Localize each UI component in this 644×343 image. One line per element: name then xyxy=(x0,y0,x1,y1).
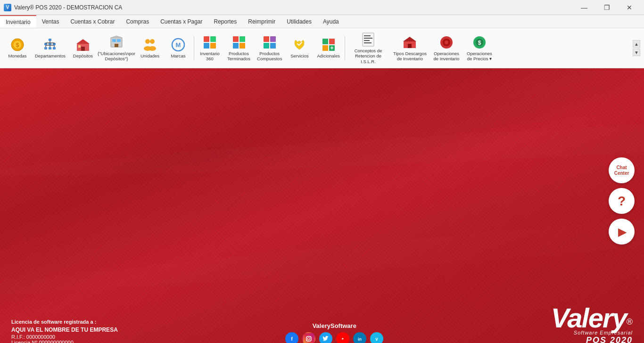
tool-departamentos[interactable]: Departamentos xyxy=(32,35,68,60)
tool-servicios[interactable]: Servicios xyxy=(286,35,313,60)
menu-inventario[interactable]: Inventario xyxy=(0,15,36,28)
footer-right: Valery® Software Empresarial POS 2020 xyxy=(551,304,633,343)
svg-rect-25 xyxy=(115,44,118,47)
maximize-button[interactable]: ❐ xyxy=(596,1,618,14)
tool-adicionales[interactable]: + + Adicionales xyxy=(314,35,343,60)
inventario360-icon xyxy=(202,35,217,50)
menu-ayuda[interactable]: Ayuda xyxy=(317,15,345,28)
svg-rect-67 xyxy=(450,42,453,43)
rif: R.I.F.: 0000000000 xyxy=(11,334,118,340)
app-icon: V xyxy=(4,4,11,11)
scroll-down-arrow[interactable]: ▼ xyxy=(633,49,640,56)
tool-operaciones-inventario[interactable]: Operaciones de Inventario xyxy=(430,33,462,64)
monedas-icon: $ xyxy=(10,37,25,52)
menu-compras[interactable]: Compras xyxy=(120,15,155,28)
tool-productos-terminados[interactable]: Productos Terminados xyxy=(224,33,253,64)
tool-depositos[interactable]: Depósitos xyxy=(69,35,97,60)
svg-text:v: v xyxy=(375,336,378,342)
menu-reimprimir[interactable]: Reimprimir xyxy=(242,15,281,28)
svg-point-29 xyxy=(145,39,150,44)
fabric-wave-4 xyxy=(0,157,644,309)
menu-reportes[interactable]: Reportes xyxy=(208,15,243,28)
valery-logo-sub: Software Empresarial xyxy=(574,330,633,335)
operaciones-precios-label: Operaciones de Precios ▾ xyxy=(467,51,492,62)
youtube-icon[interactable] xyxy=(336,332,349,343)
scroll-up-arrow[interactable]: ▲ xyxy=(633,40,640,48)
footer-center: ValerySoftware f in v xyxy=(285,322,383,343)
vimeo-icon[interactable]: v xyxy=(370,332,383,343)
play-icon: ▶ xyxy=(618,225,627,238)
svg-rect-43 xyxy=(264,36,269,42)
toolbar-divider-2 xyxy=(345,36,345,60)
svg-rect-44 xyxy=(270,36,276,42)
svg-point-74 xyxy=(310,337,311,337)
valery-logo-text: Valery xyxy=(551,302,627,333)
play-button[interactable]: ▶ xyxy=(609,219,635,245)
menu-bar: Inventario Ventas Cuentas x Cobrar Compr… xyxy=(0,15,644,28)
tool-productos-compuestos[interactable]: Productos Compuestos xyxy=(254,33,285,64)
licencia: Licencia Nº 000000000000 xyxy=(11,340,118,343)
svg-rect-13 xyxy=(53,47,56,49)
toolbar-divider-1 xyxy=(194,36,194,60)
svg-rect-20 xyxy=(81,47,85,51)
servicios-icon xyxy=(292,37,307,52)
license-title: Licencia de software registrada a : xyxy=(11,319,118,325)
svg-text:in: in xyxy=(358,337,362,342)
tool-unidades[interactable]: Unidades xyxy=(136,35,164,60)
tipos-descargos-label: Tipos Descargos de Inventario xyxy=(393,51,427,62)
twitter-icon[interactable] xyxy=(319,332,332,343)
ubicaciones-label: {"Ubicaciones\npor Depósitos"} xyxy=(98,51,135,62)
svg-rect-11 xyxy=(44,47,47,49)
svg-rect-39 xyxy=(233,36,239,42)
toolbar: $ Monedas Depa xyxy=(0,28,644,68)
tipos-descargos-icon xyxy=(402,35,417,50)
tool-ubicaciones[interactable]: {"Ubicaciones\npor Depósitos"} xyxy=(98,33,135,64)
svg-rect-40 xyxy=(239,36,245,42)
svg-marker-19 xyxy=(76,39,90,44)
svg-rect-21 xyxy=(78,45,81,48)
svg-rect-60 xyxy=(408,44,412,48)
ubicaciones-icon xyxy=(109,35,124,50)
inventario360-label: Inventario 360 xyxy=(200,51,220,62)
svg-rect-48 xyxy=(329,39,335,44)
conceptos-retencion-icon xyxy=(361,32,376,47)
help-icon: ? xyxy=(618,194,626,209)
chat-center-button[interactable]: Chat Center xyxy=(609,157,635,183)
menu-cuentas-pagar[interactable]: Cuentas x Pagar xyxy=(155,15,208,28)
menu-cuentas-cobrar[interactable]: Cuentas x Cobrar xyxy=(65,15,120,28)
operaciones-inventario-icon xyxy=(439,35,454,50)
svg-text:+: + xyxy=(330,45,333,51)
minimize-button[interactable]: — xyxy=(573,1,595,14)
svg-point-30 xyxy=(150,39,155,44)
servicios-label: Servicios xyxy=(290,53,309,58)
svg-rect-49 xyxy=(322,45,328,51)
menu-ventas[interactable]: Ventas xyxy=(36,15,65,28)
footer-left: Licencia de software registrada a : AQUI… xyxy=(11,319,118,343)
instagram-icon[interactable] xyxy=(302,332,315,343)
chat-center-label: Chat Center xyxy=(614,165,629,176)
tool-operaciones-precios[interactable]: $ Operaciones de Precios ▾ xyxy=(463,33,495,64)
svg-text:M: M xyxy=(176,41,181,49)
svg-text:$: $ xyxy=(478,40,481,46)
svg-rect-56 xyxy=(364,40,370,41)
help-button[interactable]: ? xyxy=(609,188,635,214)
valery-logo-pos: POS 2020 xyxy=(586,335,633,343)
svg-rect-65 xyxy=(446,46,447,49)
operaciones-precios-icon: $ xyxy=(472,35,487,50)
facebook-icon[interactable]: f xyxy=(285,332,298,343)
close-button[interactable]: ✕ xyxy=(619,1,640,14)
logo-main-row: Valery® xyxy=(551,304,633,332)
menu-utilidades[interactable]: Utilidades xyxy=(281,15,317,28)
svg-marker-28 xyxy=(111,36,122,38)
main-content: Chat Center ? ▶ Licencia de software reg… xyxy=(0,68,644,343)
svg-point-32 xyxy=(149,46,156,51)
title-bar: V Valery® POS 2020 - DEMOSTRACION CA — ❐… xyxy=(0,0,644,15)
linkedin-icon[interactable]: in xyxy=(353,332,366,343)
tool-marcas[interactable]: M Marcas xyxy=(165,35,192,60)
valery-logo-reg: ® xyxy=(627,317,633,327)
tool-monedas[interactable]: $ Monedas xyxy=(4,35,31,60)
tool-conceptos-retencion[interactable]: Conceptos de Retencion de I.S.L.R. xyxy=(347,30,389,66)
tool-tipos-descargos[interactable]: Tipos Descargos de Inventario xyxy=(390,33,429,64)
tool-inventario360[interactable]: Inventario 360 xyxy=(196,33,223,64)
floating-buttons: Chat Center ? ▶ xyxy=(609,157,635,245)
